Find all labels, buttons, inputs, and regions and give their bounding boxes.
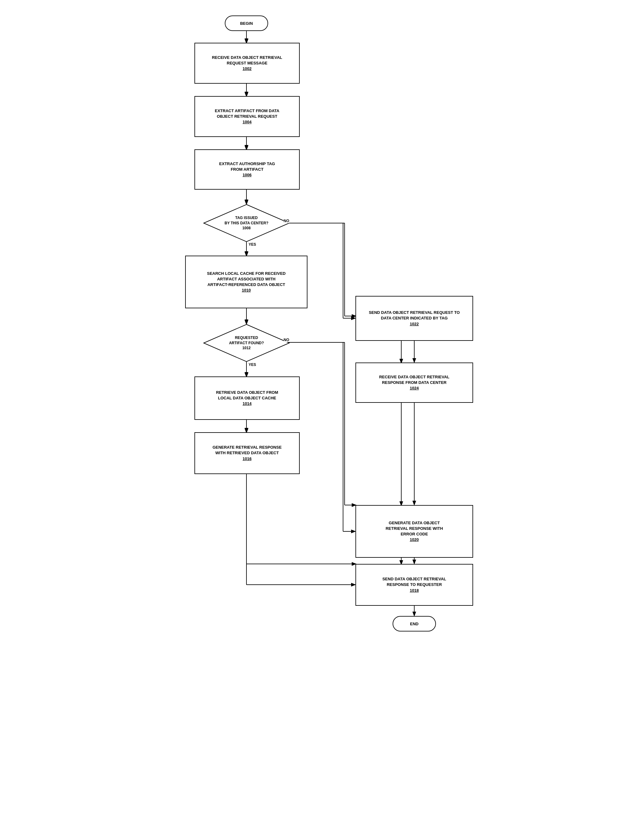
box-1018-text: SEND DATA OBJECT RETRIEVALRESPONSE TO RE…: [382, 576, 446, 587]
box-1016-text: GENERATE RETRIEVAL RESPONSEWITH RETRIEVE…: [212, 445, 281, 456]
box-1006-text: EXTRACT AUTHORSHIP TAGFROM ARTIFACT: [219, 161, 275, 172]
box-1018: SEND DATA OBJECT RETRIEVALRESPONSE TO RE…: [355, 564, 473, 606]
diamond-1012-text: REQUESTEDARTIFACT FOUND?: [229, 335, 264, 346]
box-1002: RECEIVE DATA OBJECT RETRIEVALREQUEST MES…: [195, 43, 300, 83]
box-1004: EXTRACT ARTIFACT FROM DATAOBJECT RETRIEV…: [195, 96, 300, 137]
diamond-1008-text: TAG ISSUEDBY THIS DATA CENTER?: [224, 215, 269, 226]
box-1022-text: SEND DATA OBJECT RETRIEVAL REQUEST TODAT…: [369, 310, 460, 321]
box-1020: GENERATE DATA OBJECTRETRIEVAL RESPONSE W…: [355, 505, 473, 558]
box-1010-ref: 1010: [242, 287, 251, 293]
box-1016-ref: 1016: [243, 456, 252, 462]
box-1024-text: RECEIVE DATA OBJECT RETRIEVALRESPONSE FR…: [379, 374, 449, 386]
box-1020-text: GENERATE DATA OBJECTRETRIEVAL RESPONSE W…: [385, 520, 443, 537]
box-1018-ref: 1018: [410, 588, 419, 593]
box-1024-ref: 1024: [410, 386, 419, 391]
box-1014-text: RETRIEVE DATA OBJECT FROMLOCAL DATA OBJE…: [216, 390, 278, 401]
flowchart-diagram: BEGIN RECEIVE DATA OBJECT RETRIEVALREQUE…: [170, 6, 448, 812]
box-1016: GENERATE RETRIEVAL RESPONSEWITH RETRIEVE…: [195, 432, 300, 474]
box-1004-text: EXTRACT ARTIFACT FROM DATAOBJECT RETRIEV…: [215, 108, 279, 119]
begin-label: BEGIN: [240, 21, 253, 26]
box-1006-ref: 1006: [243, 172, 252, 178]
box-1014-ref: 1014: [243, 401, 252, 407]
box-1010-text: SEARCH LOCAL CACHE FOR RECEIVEDARTIFACT …: [207, 271, 285, 288]
box-1014: RETRIEVE DATA OBJECT FROMLOCAL DATA OBJE…: [195, 377, 300, 420]
box-1010: SEARCH LOCAL CACHE FOR RECEIVEDARTIFACT …: [185, 256, 308, 308]
box-1022-ref: 1022: [410, 321, 419, 327]
box-1022: SEND DATA OBJECT RETRIEVAL REQUEST TODAT…: [355, 296, 473, 341]
label-yes-1012: YES: [249, 362, 256, 367]
diamond-1012-ref: 1012: [242, 346, 251, 351]
box-1002-text: RECEIVE DATA OBJECT RETRIEVALREQUEST MES…: [212, 55, 282, 66]
begin-oval: BEGIN: [225, 15, 268, 31]
box-1024: RECEIVE DATA OBJECT RETRIEVALRESPONSE FR…: [355, 362, 473, 403]
label-no-1012: NO: [284, 338, 289, 342]
box-1004-ref: 1004: [243, 119, 252, 125]
diamond-1008-ref: 1008: [242, 226, 251, 231]
diamond-1008: TAG ISSUEDBY THIS DATA CENTER? 1008: [203, 204, 290, 242]
end-oval: END: [392, 616, 436, 631]
label-no-1008: NO: [284, 219, 289, 223]
diamond-1012: REQUESTEDARTIFACT FOUND? 1012: [203, 324, 290, 362]
box-1006: EXTRACT AUTHORSHIP TAGFROM ARTIFACT 1006: [195, 149, 300, 190]
end-label: END: [410, 621, 418, 626]
box-1020-ref: 1020: [410, 537, 419, 542]
box-1002-ref: 1002: [243, 66, 252, 71]
label-yes-1008: YES: [249, 242, 256, 247]
